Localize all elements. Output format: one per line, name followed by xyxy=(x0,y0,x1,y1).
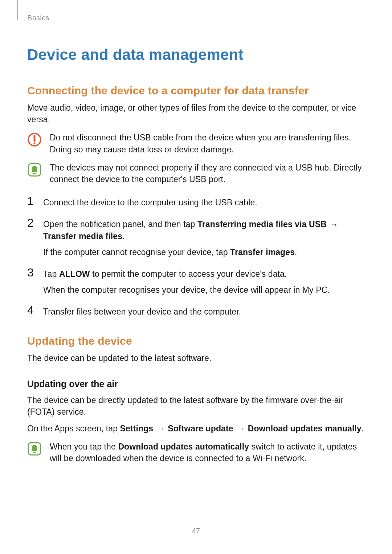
ota-p2-pre: On the Apps screen, tap xyxy=(27,424,120,433)
step-2-post: . xyxy=(122,231,125,241)
section1-intro: Move audio, video, image, or other types… xyxy=(27,102,365,125)
step-3-line2: When the computer recognises your device… xyxy=(43,284,330,296)
step-2-bold1: Transferring media files via USB xyxy=(197,219,327,229)
step-3-body: Tap ALLOW to permit the computer to acce… xyxy=(43,267,330,296)
step-3-pre: Tap xyxy=(43,269,59,279)
info-note-2: When you tap the Download updates automa… xyxy=(27,441,365,464)
header-divider xyxy=(17,0,18,20)
section2-intro: The device can be updated to the latest … xyxy=(27,352,365,364)
info-note-2-text: When you tap the Download updates automa… xyxy=(50,441,365,464)
section-heading-updating: Updating the device xyxy=(27,335,365,347)
ota-p2-b3: Download updates manually xyxy=(248,424,362,433)
step-2-line2-bold: Transfer images xyxy=(230,247,295,257)
warning-note: Do not disconnect the USB cable from the… xyxy=(27,132,365,155)
subsection-heading-ota: Updating over the air xyxy=(27,379,365,389)
ota-note-bold: Download updates automatically xyxy=(118,442,249,451)
page-title: Device and data management xyxy=(27,46,365,63)
step-3-bold1: ALLOW xyxy=(59,269,90,279)
page-number: 47 xyxy=(0,527,392,535)
step-number: 3 xyxy=(27,267,37,278)
arrow-icon: → xyxy=(233,424,248,433)
ota-p1: The device can be directly updated to th… xyxy=(27,394,365,418)
step-1: 1 Connect the device to the computer usi… xyxy=(27,195,365,208)
step-number: 4 xyxy=(27,304,37,316)
step-4-text: Transfer files between your device and t… xyxy=(43,304,241,317)
info-note-1: The devices may not connect properly if … xyxy=(27,162,365,185)
ota-p2-b2: Software update xyxy=(168,424,233,433)
step-2-pre: Open the notification panel, and then ta… xyxy=(43,219,197,229)
step-4: 4 Transfer files between your device and… xyxy=(27,304,365,317)
section-heading-connecting: Connecting the device to a computer for … xyxy=(27,85,365,97)
info-note-1-text: The devices may not connect properly if … xyxy=(50,162,365,185)
ota-p2: On the Apps screen, tap Settings → Softw… xyxy=(27,423,365,434)
step-2-body: Open the notification panel, and then ta… xyxy=(43,217,365,258)
arrow-icon: → xyxy=(327,219,339,229)
step-number: 1 xyxy=(27,195,37,207)
bell-icon xyxy=(27,163,42,177)
steps-list: 1 Connect the device to the computer usi… xyxy=(27,195,365,317)
step-1-text: Connect the device to the computer using… xyxy=(43,195,257,208)
step-2: 2 Open the notification panel, and then … xyxy=(27,217,365,258)
ota-p2-b1: Settings xyxy=(120,424,154,433)
bell-icon xyxy=(27,442,42,456)
step-2-line2-post: . xyxy=(295,247,297,257)
warning-icon xyxy=(27,132,42,147)
step-number: 2 xyxy=(27,217,37,229)
step-2-bold2: Transfer media files xyxy=(43,231,122,241)
arrow-icon: → xyxy=(153,424,168,433)
ota-p2-post: . xyxy=(362,424,364,433)
step-3: 3 Tap ALLOW to permit the computer to ac… xyxy=(27,267,365,296)
breadcrumb: Basics xyxy=(27,14,365,22)
svg-point-2 xyxy=(33,143,35,144)
page-content: Basics Device and data management Connec… xyxy=(0,0,392,554)
ota-note-pre: When you tap the xyxy=(50,442,118,451)
warning-text: Do not disconnect the USB cable from the… xyxy=(50,132,365,155)
step-3-post: to permit the computer to access your de… xyxy=(90,269,287,279)
step-2-line2-pre: If the computer cannot recognise your de… xyxy=(43,247,230,257)
